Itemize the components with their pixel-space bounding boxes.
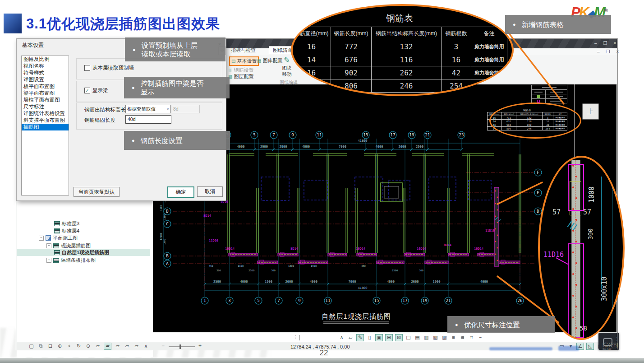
link-icon[interactable]: ⌁ <box>477 334 484 340</box>
dropdown-level-length[interactable]: 根据套筒取值 ∨ <box>125 105 171 113</box>
settings-category-item[interactable]: 墙柱平面布置图 <box>22 97 69 103</box>
view-front-icon[interactable]: ▱ <box>94 343 101 349</box>
tree-item[interactable]: 标准层3 <box>17 220 150 227</box>
settings-category-item[interactable]: 视图名称 <box>22 63 69 70</box>
settings-category-item[interactable]: 尺寸标注 <box>22 103 69 110</box>
zoom-slider-thumb[interactable] <box>179 344 181 349</box>
settings-category-item[interactable]: 板平面布置图 <box>22 83 69 90</box>
doc-minimize-icon[interactable]: – <box>597 49 600 54</box>
hatch-d2-icon[interactable]: ▨ <box>441 334 448 340</box>
zoom-in-icon[interactable]: + <box>198 343 202 349</box>
view-right-icon[interactable]: ▱ <box>124 343 130 349</box>
tile-windows-icon[interactable]: ⧉ <box>37 343 44 349</box>
collapse-icon[interactable]: − <box>46 243 51 248</box>
svg-text:300: 300 <box>271 269 276 272</box>
restore-defaults-button[interactable]: 当前页恢复默认 <box>74 187 120 197</box>
settings-category-item[interactable]: 详图统计表格设置 <box>22 110 69 117</box>
tab-indicators-check[interactable]: 指标与检查 <box>227 47 259 54</box>
rebar-table-title: 钢筋表 <box>292 12 507 27</box>
svg-text:11D16: 11D16 <box>209 239 218 242</box>
zoom-out-icon[interactable]: − <box>161 343 165 349</box>
collapse-icon[interactable]: ∧ <box>143 343 149 349</box>
svg-text:9: 9 <box>298 298 300 303</box>
legend-green-swatch <box>537 95 540 98</box>
tree-item-label: 平面施工图 <box>53 235 78 242</box>
ribbon-layer-config-button[interactable]: ▧ 图层配置 <box>228 73 253 80</box>
settings-category-item[interactable]: 符号样式 <box>22 70 69 76</box>
rebar-dot <box>575 284 577 286</box>
cube-face-icon[interactable]: ▢ <box>405 334 412 340</box>
checkbox-show-beam[interactable]: ✓ 显示梁 <box>84 87 108 94</box>
zoom-extents-icon[interactable]: ⊕ <box>56 343 63 349</box>
dim-57-left: 57 <box>552 208 561 216</box>
svg-text:2900: 2900 <box>280 145 287 149</box>
svg-text:23: 23 <box>459 133 464 137</box>
sketch-icon[interactable]: ✎ <box>356 334 364 341</box>
checkbox-read-precast-current-floor[interactable]: 从本层读取预制墙 <box>84 65 134 71</box>
tree-item[interactable]: +隔墙条板排布图 <box>17 256 150 264</box>
settings-category-item[interactable]: 详图设置 <box>22 76 69 83</box>
input-anchor-length[interactable]: 40d <box>125 115 171 124</box>
svg-text:2500: 2500 <box>392 269 398 272</box>
split-window-icon[interactable]: ⊟ <box>47 343 54 349</box>
orbit-icon[interactable]: ↻ <box>75 343 82 349</box>
rebar-table-cell: 剪力墙套筒用 <box>471 53 507 66</box>
plane-icon[interactable]: ▱ <box>347 334 354 340</box>
grid-x-icon[interactable]: ⊠ <box>395 334 403 341</box>
tree-item-label: 隔墙条板排布图 <box>61 257 96 264</box>
tree-item[interactable]: 自然层1现浇层插筋图 <box>17 249 150 256</box>
tree-item[interactable]: −现浇层插筋图 <box>17 242 150 249</box>
column-icon[interactable]: ▯ <box>366 334 373 340</box>
zoom-icon[interactable]: ⊙ <box>85 343 92 349</box>
restore-icon[interactable]: ❐ <box>603 41 607 46</box>
view-top-icon[interactable]: ▱ <box>133 343 140 349</box>
expand-chevron-icon[interactable]: ∧ <box>338 334 345 340</box>
bullet-icon: ● <box>132 138 135 143</box>
layers-icon <box>53 258 59 263</box>
settings-category-item[interactable]: 插筋图 <box>22 124 69 130</box>
zoom-slider[interactable] <box>169 346 195 347</box>
svg-text:5: 5 <box>257 298 259 303</box>
block-icon[interactable]: ▣ <box>375 334 383 341</box>
wave-icon[interactable]: ≋ <box>459 334 466 340</box>
watermark-company-en: Co.,Ltd <box>603 348 611 350</box>
ribbon-basic-settings-button[interactable]: ▤ 基本设置 <box>229 56 259 66</box>
rebar-dot <box>575 219 577 221</box>
doc-restore-icon[interactable]: ❐ <box>606 49 610 54</box>
pan-icon[interactable]: ⌖ <box>66 343 73 349</box>
settings-category-item[interactable]: 斜支撑平面布置图 <box>22 117 69 124</box>
hatch-v-icon[interactable]: ▥ <box>423 334 430 340</box>
hatch-d1-icon[interactable]: ▧ <box>432 334 439 340</box>
ok-button[interactable]: 确定 <box>167 186 194 198</box>
close-icon[interactable]: × <box>614 41 616 46</box>
callout-ellipse-small <box>489 102 581 139</box>
settings-category-item[interactable]: 梁平面布置图 <box>22 90 69 97</box>
svg-text:15: 15 <box>374 298 379 303</box>
settings-category-list[interactable]: 图幅及比例视图名称符号样式详图设置板平面布置图梁平面布置图墙柱平面布置图尺寸标注… <box>21 56 69 195</box>
checkbox-checked-icon[interactable]: ✓ <box>84 88 90 93</box>
view-iso-icon[interactable]: ▰ <box>104 343 111 350</box>
rebar-dot <box>575 327 577 329</box>
cancel-button[interactable]: 取消 <box>197 186 223 197</box>
tree-item[interactable]: −平面施工图 <box>17 234 150 242</box>
grid-hash-icon[interactable]: ⌗ <box>468 334 475 340</box>
minimize-icon[interactable]: – <box>594 41 597 46</box>
polar-icon[interactable]: ◺ <box>586 343 594 350</box>
bullet-icon: ● <box>133 47 136 52</box>
list-icon[interactable]: ≡ <box>450 334 457 340</box>
rebar-table-cell: 42 <box>442 66 471 79</box>
view-left-icon[interactable]: ▱ <box>114 343 121 349</box>
svg-text:8D14: 8D14 <box>290 247 298 251</box>
rebar-table-cell: 16 <box>292 40 331 53</box>
grid-plus-icon[interactable]: ⊞ <box>385 334 393 341</box>
collapse-icon[interactable]: − <box>39 236 44 241</box>
expand-icon[interactable]: + <box>46 258 51 263</box>
settings-category-item[interactable]: 图幅及比例 <box>22 56 69 63</box>
new-drawing-icon[interactable]: ▢ <box>28 343 35 349</box>
rebar-table-cell: 3 <box>442 40 471 53</box>
ribbon-rebar-settings-button[interactable]: ▥ 钢筋设置 <box>228 67 253 74</box>
svg-text:19: 19 <box>409 133 414 137</box>
tree-item[interactable]: 标准层4 <box>17 227 150 234</box>
checkbox-unchecked-icon[interactable] <box>84 65 90 71</box>
hatch-h-icon[interactable]: ▤ <box>414 334 421 340</box>
